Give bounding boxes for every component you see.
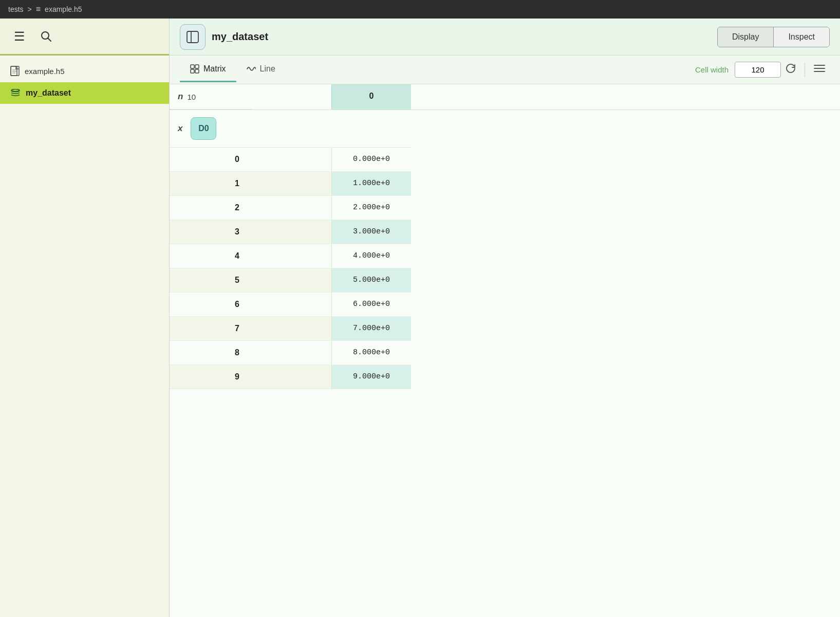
sidebar-items: example.h5 my_dataset — [0, 56, 169, 108]
search-button[interactable] — [37, 27, 55, 46]
x-label-cell: x D0 — [170, 110, 252, 148]
row-index: 5 — [170, 268, 252, 293]
row-data-cell: 6.000e+0 — [331, 293, 411, 317]
row-index: 6 — [170, 293, 252, 317]
content-area: my_dataset Display Inspect Matrix — [170, 19, 840, 617]
row-index: 9 — [170, 365, 252, 389]
overflow-menu-button[interactable] — [809, 62, 830, 78]
col-header-0: 0 — [331, 84, 411, 110]
tab-divider — [805, 63, 805, 77]
n-value: 10 — [187, 93, 196, 101]
d0-badge[interactable]: D0 — [191, 117, 216, 140]
row-index: 2 — [170, 196, 252, 220]
sidebar-dataset-label: my_dataset — [26, 88, 71, 98]
table-row: 5 5.000e+0 — [170, 268, 840, 293]
row-data-cell: 0.000e+0 — [331, 148, 411, 172]
table-row: 1 1.000e+0 — [170, 172, 840, 196]
row-index: 7 — [170, 317, 252, 341]
table-row: 2 2.000e+0 — [170, 196, 840, 220]
row-data-cell: 2.000e+0 — [331, 196, 411, 220]
row-index: 8 — [170, 341, 252, 365]
sidebar-toolbar: ☰ — [0, 19, 169, 56]
svg-rect-10 — [191, 65, 194, 68]
row-data-cell: 5.000e+0 — [331, 268, 411, 293]
breadcrumb-file[interactable]: example.h5 — [45, 5, 82, 13]
row-index: 0 — [170, 148, 252, 172]
grid-icon — [190, 64, 199, 74]
meta-header-cell: n 10 — [170, 84, 252, 110]
sidebar: ☰ example.h5 — [0, 19, 170, 617]
svg-rect-13 — [195, 69, 199, 73]
row-data-cell: 8.000e+0 — [331, 341, 411, 365]
row-empty — [252, 293, 331, 317]
breadcrumb-tests[interactable]: tests — [8, 5, 24, 13]
row-empty — [252, 244, 331, 268]
cell-width-group: Cell width — [695, 62, 781, 78]
row-data-cell: 7.000e+0 — [331, 317, 411, 341]
refresh-button[interactable] — [781, 61, 800, 79]
table-row: 8 8.000e+0 — [170, 341, 840, 365]
empty-header-cell — [252, 84, 331, 110]
table-row: 6 6.000e+0 — [170, 293, 840, 317]
x-row: x D0 — [170, 110, 840, 148]
row-index: 1 — [170, 172, 252, 196]
svg-rect-3 — [11, 66, 19, 76]
file-icon — [10, 66, 20, 76]
sidebar-item-dataset[interactable]: my_dataset — [0, 82, 169, 104]
row-index: 3 — [170, 220, 252, 244]
svg-rect-11 — [195, 65, 199, 68]
row-empty — [252, 220, 331, 244]
tab-line-label: Line — [260, 64, 275, 74]
panel-icon-button[interactable] — [180, 24, 206, 50]
table-row: 0 0.000e+0 — [170, 148, 840, 172]
breadcrumb-separator: > — [28, 5, 32, 13]
breadcrumb-file-icon: ≡ — [36, 5, 41, 14]
cell-width-label: Cell width — [695, 65, 729, 74]
svg-line-1 — [48, 38, 51, 41]
x-row-data — [331, 110, 411, 148]
hamburger-button[interactable]: ☰ — [10, 27, 29, 46]
row-data-cell: 9.000e+0 — [331, 365, 411, 389]
tab-matrix[interactable]: Matrix — [180, 57, 236, 82]
tab-matrix-label: Matrix — [203, 64, 226, 74]
cell-width-input[interactable] — [735, 62, 781, 78]
table-row: 7 7.000e+0 — [170, 317, 840, 341]
row-empty — [252, 365, 331, 389]
x-label: x — [178, 123, 182, 134]
row-empty — [252, 268, 331, 293]
column-header-row: n 10 0 — [170, 84, 840, 110]
x-row-empty — [252, 110, 331, 148]
table-row: 3 3.000e+0 — [170, 220, 840, 244]
layers-icon — [10, 89, 21, 97]
row-data-cell: 4.000e+0 — [331, 244, 411, 268]
table-row: 4 4.000e+0 — [170, 244, 840, 268]
tab-bar: Matrix Line Cell width — [170, 56, 840, 84]
row-data-cell: 3.000e+0 — [331, 220, 411, 244]
row-empty — [252, 148, 331, 172]
main-layout: ☰ example.h5 — [0, 19, 840, 617]
row-empty — [252, 172, 331, 196]
sidebar-item-file[interactable]: example.h5 — [0, 60, 169, 82]
row-index: 4 — [170, 244, 252, 268]
n-label: n — [178, 92, 183, 102]
row-empty — [252, 196, 331, 220]
row-data-cell: 1.000e+0 — [331, 172, 411, 196]
title-bar: tests > ≡ example.h5 — [0, 0, 840, 19]
display-button[interactable]: Display — [718, 27, 774, 47]
data-area[interactable]: n 10 0 x D0 0 0.000e+0 1 — [170, 84, 840, 617]
table-row: 9 9.000e+0 — [170, 365, 840, 389]
tab-line[interactable]: Line — [236, 57, 286, 82]
inspect-button[interactable]: Inspect — [774, 27, 829, 47]
row-empty — [252, 341, 331, 365]
row-empty — [252, 317, 331, 341]
wave-icon — [247, 64, 256, 74]
header-button-group: Display Inspect — [717, 27, 830, 47]
content-header: my_dataset Display Inspect — [170, 19, 840, 56]
sidebar-file-label: example.h5 — [25, 67, 65, 76]
content-header-title: my_dataset — [212, 31, 711, 43]
svg-rect-12 — [191, 69, 194, 73]
data-rows-container: 0 0.000e+0 1 1.000e+0 2 2.000e+0 3 3.000… — [170, 148, 840, 389]
svg-rect-8 — [187, 31, 198, 43]
